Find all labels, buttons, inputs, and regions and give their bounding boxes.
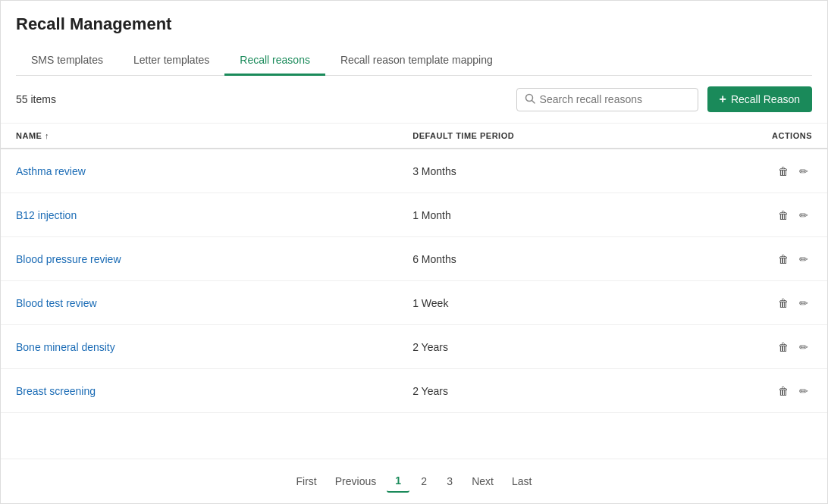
edit-icon xyxy=(799,164,808,177)
trash-icon xyxy=(778,208,789,221)
row-actions-2 xyxy=(711,237,827,281)
delete-button-5[interactable] xyxy=(774,381,792,400)
edit-button-0[interactable] xyxy=(795,161,812,180)
row-actions-0 xyxy=(711,149,827,193)
recall-reasons-table: NAME ↑ DEFAULT TIME PERIOD ACTIONS Asthm… xyxy=(1,124,827,413)
table-row: B12 injection 1 Month xyxy=(1,193,827,237)
row-period-3: 1 Week xyxy=(397,281,711,325)
delete-button-0[interactable] xyxy=(774,161,792,180)
row-period-2: 6 Months xyxy=(397,237,711,281)
tab-recall-reasons[interactable]: Recall reasons xyxy=(224,46,325,76)
table-row: Asthma review 3 Months xyxy=(1,149,827,193)
toolbar: 55 items + Recall Reason xyxy=(1,76,827,124)
delete-button-4[interactable] xyxy=(774,337,792,356)
col-header-period: DEFAULT TIME PERIOD xyxy=(397,124,711,149)
row-name-4[interactable]: Bone mineral density xyxy=(1,325,397,369)
edit-icon xyxy=(799,208,808,221)
trash-icon xyxy=(778,340,789,353)
toolbar-right: + Recall Reason xyxy=(516,86,812,112)
row-period-0: 3 Months xyxy=(397,149,711,193)
row-actions-1 xyxy=(711,193,827,237)
trash-icon xyxy=(778,384,789,397)
row-actions-3 xyxy=(711,281,827,325)
edit-button-5[interactable] xyxy=(795,381,812,400)
last-page-button[interactable]: Last xyxy=(504,471,539,492)
item-count: 55 items xyxy=(16,93,56,105)
row-period-4: 2 Years xyxy=(397,325,711,369)
row-period-5: 2 Years xyxy=(397,369,711,413)
row-name-2[interactable]: Blood pressure review xyxy=(1,237,397,281)
page-2-button[interactable]: 2 xyxy=(412,471,435,492)
edit-icon xyxy=(799,384,808,397)
trash-icon xyxy=(778,296,789,309)
row-name-1[interactable]: B12 injection xyxy=(1,193,397,237)
table-row: Bone mineral density 2 Years xyxy=(1,325,827,369)
table-header-row: NAME ↑ DEFAULT TIME PERIOD ACTIONS xyxy=(1,124,827,149)
tab-template-mapping[interactable]: Recall reason template mapping xyxy=(325,46,508,76)
page-title: Recall Management xyxy=(16,14,812,34)
edit-icon xyxy=(799,340,808,353)
delete-button-2[interactable] xyxy=(774,249,792,268)
page-3-button[interactable]: 3 xyxy=(438,471,461,492)
tab-letter[interactable]: Letter templates xyxy=(118,46,224,76)
edit-button-3[interactable] xyxy=(795,293,812,312)
col-header-actions: ACTIONS xyxy=(711,124,827,149)
table-container: NAME ↑ DEFAULT TIME PERIOD ACTIONS Asthm… xyxy=(1,124,827,459)
prev-page-button[interactable]: Previous xyxy=(328,471,384,492)
search-icon xyxy=(525,93,535,106)
next-page-button[interactable]: Next xyxy=(464,471,501,492)
edit-icon xyxy=(799,252,808,265)
row-period-1: 1 Month xyxy=(397,193,711,237)
pagination: First Previous 1 2 3 Next Last xyxy=(1,459,827,503)
row-actions-5 xyxy=(711,369,827,413)
page-wrapper: Recall Management SMS templates Letter t… xyxy=(0,0,828,504)
add-recall-reason-button[interactable]: + Recall Reason xyxy=(707,86,812,112)
col-header-name[interactable]: NAME ↑ xyxy=(1,124,397,149)
svg-line-1 xyxy=(532,100,535,103)
row-name-0[interactable]: Asthma review xyxy=(1,149,397,193)
search-box xyxy=(516,88,698,111)
table-row: Blood test review 1 Week xyxy=(1,281,827,325)
tab-sms[interactable]: SMS templates xyxy=(16,46,118,76)
row-actions-4 xyxy=(711,325,827,369)
delete-button-3[interactable] xyxy=(774,293,792,312)
search-input[interactable] xyxy=(540,93,690,105)
page-header: Recall Management SMS templates Letter t… xyxy=(1,1,827,76)
edit-icon xyxy=(799,296,808,309)
trash-icon xyxy=(778,164,789,177)
row-name-3[interactable]: Blood test review xyxy=(1,281,397,325)
edit-button-1[interactable] xyxy=(795,205,812,224)
table-row: Blood pressure review 6 Months xyxy=(1,237,827,281)
row-name-5[interactable]: Breast screening xyxy=(1,369,397,413)
first-page-button[interactable]: First xyxy=(289,471,325,492)
trash-icon xyxy=(778,252,789,265)
edit-button-4[interactable] xyxy=(795,337,812,356)
table-row: Breast screening 2 Years xyxy=(1,369,827,413)
edit-button-2[interactable] xyxy=(795,249,812,268)
delete-button-1[interactable] xyxy=(774,205,792,224)
plus-icon: + xyxy=(720,92,726,106)
tabs-bar: SMS templates Letter templates Recall re… xyxy=(16,46,812,76)
page-1-button[interactable]: 1 xyxy=(387,470,409,493)
